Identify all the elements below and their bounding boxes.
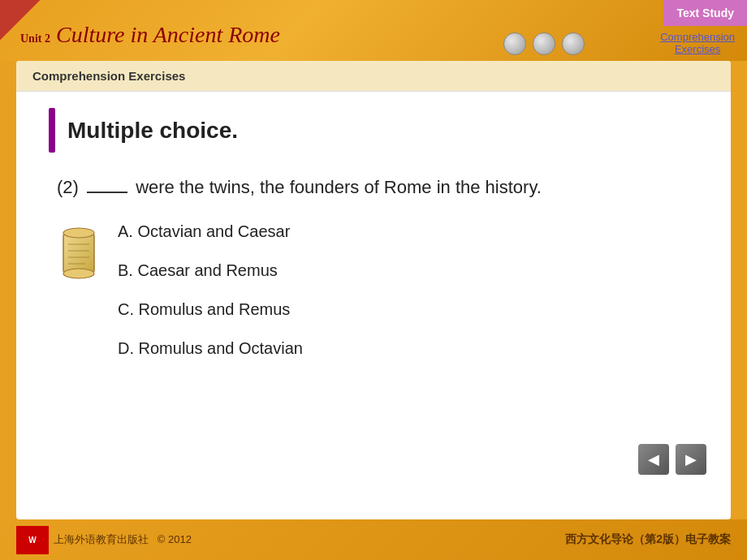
question-text: (2) were the twins, the founders of Rome…	[49, 177, 698, 198]
nav-circles	[503, 32, 585, 55]
nav-circle-3[interactable]	[562, 32, 585, 55]
option-c[interactable]: C. Romulus and Remus	[118, 300, 698, 319]
next-arrow-button[interactable]: ▶	[676, 444, 706, 475]
svg-rect-0	[63, 233, 94, 274]
publisher-logo-icon: W	[16, 526, 49, 554]
footer-publisher-text: 上海外语教育出版社 © 2012	[54, 532, 192, 547]
question-rest: were the twins, the founders of Rome in …	[136, 177, 542, 197]
question-number: (2)	[57, 177, 79, 197]
question-blank	[87, 192, 127, 193]
header: Unit 2 Culture in Ancient Rome Text Stud…	[0, 0, 747, 61]
nav-circle-1[interactable]	[503, 32, 526, 55]
title-text: Culture in Ancient Rome	[56, 22, 280, 47]
svg-point-1	[63, 228, 94, 238]
svg-point-2	[63, 269, 94, 278]
comprehension-link[interactable]: Comprehension Exercises	[660, 31, 735, 55]
unit-title: Unit 2 Culture in Ancient Rome	[20, 14, 280, 48]
bottom-nav: ◀ ▶	[638, 444, 706, 475]
prev-arrow-button[interactable]: ◀	[638, 444, 669, 475]
corner-decoration	[0, 0, 41, 41]
option-d[interactable]: D. Romulus and Octavian	[118, 339, 698, 358]
content-body: Multiple choice. (2) were the twins, the…	[16, 92, 731, 374]
option-b[interactable]: B. Caesar and Remus	[118, 261, 698, 280]
footer-right-text: 西方文化导论（第2版）电子教案	[565, 532, 731, 547]
options-list: A. Octavian and Caesar B. Caesar and Rem…	[118, 222, 698, 358]
footer-logo: W 上海外语教育出版社 © 2012	[16, 526, 192, 554]
main-content-area: Comprehension Exercises Multiple choice.…	[16, 61, 731, 519]
section-header-label: Comprehension Exercises	[32, 69, 185, 83]
footer: W 上海外语教育出版社 © 2012 西方文化导论（第2版）电子教案	[0, 519, 747, 560]
section-header: Comprehension Exercises	[16, 61, 731, 92]
title-with-bar: Multiple choice.	[49, 108, 698, 153]
options-row: A. Octavian and Caesar B. Caesar and Rem…	[49, 222, 698, 358]
nav-circle-2[interactable]	[533, 32, 555, 55]
scroll-icon	[57, 226, 101, 279]
multiple-choice-title: Multiple choice.	[67, 118, 238, 144]
text-study-tab[interactable]: Text Study	[663, 0, 747, 26]
option-a[interactable]: A. Octavian and Caesar	[118, 222, 698, 241]
purple-bar	[49, 108, 55, 153]
